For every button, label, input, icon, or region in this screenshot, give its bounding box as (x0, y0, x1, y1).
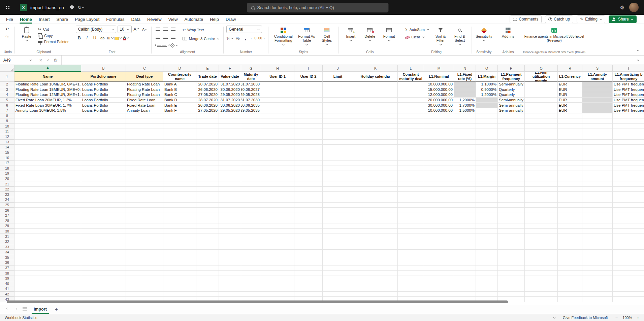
cell-E41[interactable] (196, 286, 219, 292)
cell-S4[interactable] (582, 92, 613, 98)
cell-K29[interactable] (353, 223, 398, 229)
cell-T17[interactable] (613, 160, 644, 166)
row-header-24[interactable]: 24 (0, 197, 14, 203)
cell-E10[interactable] (196, 124, 219, 129)
cell-O25[interactable] (476, 203, 498, 208)
cell-C39[interactable] (126, 276, 163, 281)
cell-F38[interactable] (219, 271, 241, 276)
menu-review[interactable]: Review (144, 15, 165, 24)
cell-G18[interactable] (241, 166, 261, 171)
cell-Q11[interactable] (525, 129, 558, 134)
cell-S33[interactable] (582, 244, 613, 250)
cell-E9[interactable] (196, 118, 219, 124)
menu-page-layout[interactable]: Page Layout (71, 15, 103, 24)
cell-T41[interactable] (613, 286, 644, 292)
cell-C34[interactable] (126, 250, 163, 255)
cell-M20[interactable] (424, 176, 454, 182)
column-header-O[interactable]: O (476, 65, 498, 72)
column-header-A[interactable]: A (14, 65, 81, 72)
cell-T24[interactable] (613, 197, 644, 203)
cell-F17[interactable] (219, 160, 241, 166)
cell-L19[interactable] (398, 171, 424, 176)
cell-P9[interactable] (498, 118, 525, 124)
cell-P11[interactable] (498, 129, 525, 134)
cell-J12[interactable] (323, 134, 353, 140)
cell-H14[interactable] (261, 145, 294, 150)
cell-L2[interactable] (398, 82, 424, 87)
cell-G16[interactable] (241, 155, 261, 160)
increase-decimal-button[interactable]: ←.0 (250, 35, 257, 42)
row-header-21[interactable]: 21 (0, 181, 14, 187)
cell-H12[interactable] (261, 134, 294, 140)
cell-L36[interactable] (398, 260, 424, 265)
paste-button[interactable]: Paste (18, 26, 36, 42)
cell-K12[interactable] (353, 134, 398, 140)
redo-button[interactable]: ↷ (4, 33, 11, 40)
cell-D39[interactable] (163, 276, 196, 281)
cell-S41[interactable] (582, 286, 613, 292)
cell-H5[interactable] (261, 98, 294, 103)
cell-S2[interactable] (582, 82, 613, 87)
cell-O30[interactable] (476, 229, 498, 234)
borders-button[interactable]: ⊞ (107, 34, 114, 41)
cell-P18[interactable] (498, 166, 525, 171)
cell-R23[interactable] (558, 192, 582, 197)
cell-Q26[interactable] (525, 208, 558, 213)
cell-G35[interactable] (241, 255, 261, 260)
cell-L28[interactable] (398, 218, 424, 223)
cell-H8[interactable] (261, 113, 294, 119)
cell-Q8[interactable] (525, 113, 558, 119)
cell-R17[interactable] (558, 160, 582, 166)
cell-L9[interactable] (398, 118, 424, 124)
row-header-42[interactable]: 42 (0, 292, 14, 297)
cell-K40[interactable] (353, 281, 398, 287)
column-header-K[interactable]: K (353, 65, 398, 72)
cell-B4[interactable]: Loans Portfolio (81, 92, 126, 98)
cell-R41[interactable] (558, 286, 582, 292)
cell-E6[interactable]: 26.06.2020 (196, 103, 219, 108)
cell-P41[interactable] (498, 286, 525, 292)
cell-N13[interactable] (454, 140, 476, 145)
cell-S38[interactable] (582, 271, 613, 276)
cell-C13[interactable] (126, 140, 163, 145)
cell-D10[interactable] (163, 124, 196, 129)
cell-M11[interactable] (424, 129, 454, 134)
cell-M24[interactable] (424, 197, 454, 203)
cell-K15[interactable] (353, 150, 398, 155)
cell-R30[interactable] (558, 229, 582, 234)
cell-E7[interactable]: 27.05.2020 (196, 108, 219, 113)
cell-G41[interactable] (241, 286, 261, 292)
cell-Q22[interactable] (525, 187, 558, 192)
cell-J3[interactable] (323, 87, 353, 93)
cell-H3[interactable] (261, 87, 294, 93)
cell-C29[interactable] (126, 223, 163, 229)
cell-O18[interactable] (476, 166, 498, 171)
cell-O20[interactable] (476, 176, 498, 182)
cell-D37[interactable] (163, 265, 196, 271)
cell-G4[interactable]: 29.05.2028 (241, 92, 261, 98)
cell-I32[interactable] (294, 239, 323, 245)
cell-C41[interactable] (126, 286, 163, 292)
cell-P5[interactable]: Semi-annually (498, 98, 525, 103)
cell-Q33[interactable] (525, 244, 558, 250)
cell-C12[interactable] (126, 134, 163, 140)
cell-O27[interactable] (476, 213, 498, 218)
cell-C7[interactable]: Annuity Loan (126, 108, 163, 113)
cell-H37[interactable] (261, 265, 294, 271)
cell-P10[interactable] (498, 124, 525, 129)
cell-F23[interactable] (219, 192, 241, 197)
cell-I26[interactable] (294, 208, 323, 213)
cell-B26[interactable] (81, 208, 126, 213)
cell-S12[interactable] (582, 134, 613, 140)
cell-S34[interactable] (582, 250, 613, 255)
insert-cells-button[interactable]: + Insert (342, 26, 360, 42)
cell-B23[interactable] (81, 192, 126, 197)
cell-M32[interactable] (424, 239, 454, 245)
row-header-14[interactable]: 14 (0, 145, 14, 150)
cell-G9[interactable] (241, 118, 261, 124)
cell-O38[interactable] (476, 271, 498, 276)
cell-I34[interactable] (294, 250, 323, 255)
cell-Q31[interactable] (525, 234, 558, 239)
cell-M29[interactable] (424, 223, 454, 229)
cell-K28[interactable] (353, 218, 398, 223)
